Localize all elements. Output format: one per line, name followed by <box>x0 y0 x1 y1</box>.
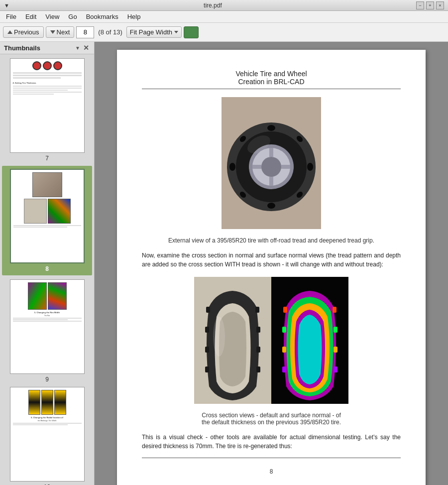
title-bar: ▼ tire.pdf − + × <box>0 0 448 11</box>
next-button[interactable]: Next <box>46 26 75 38</box>
svg-rect-25 <box>256 347 260 353</box>
pdf-page: Vehicle Tire and Wheel Creation in BRL-C… <box>117 50 426 485</box>
sidebar: Thumbnails ▼ ✕ <box>0 42 95 485</box>
fit-dropdown-arrow-icon <box>174 31 178 33</box>
cross-section-images <box>194 277 348 404</box>
cross-section-normal <box>271 277 348 404</box>
thumbnail-page-9[interactable]: 5. Changing the Rim Width The Rim 9 <box>2 279 92 383</box>
toolbar: Previous Next (8 of 13) Fit Page Width <box>0 23 448 42</box>
prev-arrow-icon <box>7 30 12 34</box>
svg-rect-36 <box>282 366 286 372</box>
next-label: Next <box>57 28 70 36</box>
thumbnail-frame-8 <box>10 169 85 263</box>
maximize-button[interactable]: + <box>426 1 434 9</box>
svg-rect-26 <box>205 366 209 372</box>
svg-point-5 <box>261 157 281 177</box>
svg-rect-27 <box>256 366 260 372</box>
pdf-area[interactable]: Vehicle Tire and Wheel Creation in BRL-C… <box>95 42 448 485</box>
main-image-caption: External view of a 395/85R20 tire with o… <box>142 237 401 244</box>
body-text-1: Now, examine the cross section in normal… <box>142 251 401 269</box>
thumbnail-label-7: 7 <box>45 155 49 162</box>
svg-point-11 <box>267 203 275 209</box>
svg-rect-30 <box>283 307 287 313</box>
cross-section-default <box>194 277 271 404</box>
svg-rect-34 <box>282 347 286 353</box>
tire-main-image <box>222 97 321 229</box>
body-text-2: This is a visual check - other tools are… <box>142 433 401 451</box>
menu-edit[interactable]: Edit <box>21 12 40 21</box>
app-icon: ▼ <box>4 2 9 8</box>
cross-section-caption: Cross section views - default and surfac… <box>142 412 401 426</box>
svg-rect-33 <box>334 327 337 333</box>
page-title-sub: Creation in BRL-CAD <box>142 78 401 86</box>
prev-label: Previous <box>14 28 39 36</box>
close-button[interactable]: × <box>436 1 444 9</box>
thumbnail-frame-10: 6. Changing the Radial location of the M… <box>10 387 85 482</box>
svg-rect-22 <box>205 327 209 333</box>
sidebar-close-button[interactable]: ✕ <box>82 44 90 52</box>
svg-rect-24 <box>205 347 209 353</box>
fit-dropdown[interactable]: Fit Page Width <box>126 26 182 38</box>
window-controls: − + × <box>416 1 444 9</box>
svg-rect-37 <box>334 366 337 372</box>
sidebar-header: Thumbnails ▼ ✕ <box>0 42 94 54</box>
prev-button[interactable]: Previous <box>3 26 44 38</box>
title-bar-text: tire.pdf <box>204 2 222 9</box>
thumbnail-page-7[interactable]: 4. Setting Tire Thickness 7 <box>2 58 92 162</box>
sidebar-title: Thumbnails <box>4 44 40 52</box>
svg-rect-35 <box>334 347 337 353</box>
sidebar-controls: ▼ ✕ <box>75 44 90 52</box>
menu-go[interactable]: Go <box>64 12 81 21</box>
thumbnail-label-9: 9 <box>45 376 49 383</box>
menu-bar: File Edit View Go Bookmarks Help <box>0 11 448 23</box>
color-button[interactable] <box>184 26 199 38</box>
page-bottom-divider <box>142 458 401 458</box>
menu-view[interactable]: View <box>41 12 63 21</box>
svg-point-10 <box>267 125 275 131</box>
svg-point-12 <box>229 163 235 171</box>
menu-file[interactable]: File <box>2 12 20 21</box>
page-number: 8 <box>142 468 401 475</box>
svg-rect-32 <box>282 327 286 333</box>
page-header: Vehicle Tire and Wheel Creation in BRL-C… <box>142 70 401 89</box>
svg-rect-20 <box>206 307 210 313</box>
next-arrow-icon <box>50 30 55 34</box>
cross-caption-line2: the default thickness on the previous 39… <box>142 419 401 426</box>
menu-bookmarks[interactable]: Bookmarks <box>82 12 122 21</box>
svg-rect-31 <box>333 307 336 313</box>
thumbnail-frame-9: 5. Changing the Rim Width The Rim <box>10 279 85 374</box>
page-title-main: Vehicle Tire and Wheel <box>142 70 401 78</box>
thumbnail-page-10[interactable]: 6. Changing the Radial location of the M… <box>2 387 92 485</box>
svg-point-28 <box>213 317 225 357</box>
menu-help[interactable]: Help <box>123 12 145 21</box>
svg-point-13 <box>307 163 313 171</box>
cross-caption-line1: Cross section views - default and surfac… <box>142 412 401 419</box>
thumbnail-page-8[interactable]: 8 <box>2 166 92 275</box>
header-divider <box>142 89 401 89</box>
minimize-button[interactable]: − <box>416 1 424 9</box>
thumbnail-list: 4. Setting Tire Thickness 7 <box>0 54 94 485</box>
svg-rect-23 <box>256 327 260 333</box>
svg-rect-21 <box>255 307 259 313</box>
thumbnail-frame-7: 4. Setting Tire Thickness <box>10 58 85 153</box>
sidebar-dropdown-btn[interactable]: ▼ <box>75 45 80 51</box>
page-number-input[interactable] <box>76 26 94 38</box>
main-area: Thumbnails ▼ ✕ <box>0 42 448 485</box>
page-info-text: (8 of 13) <box>96 28 124 36</box>
fit-label: Fit Page Width <box>130 28 172 36</box>
thumbnail-label-8: 8 <box>45 265 49 272</box>
